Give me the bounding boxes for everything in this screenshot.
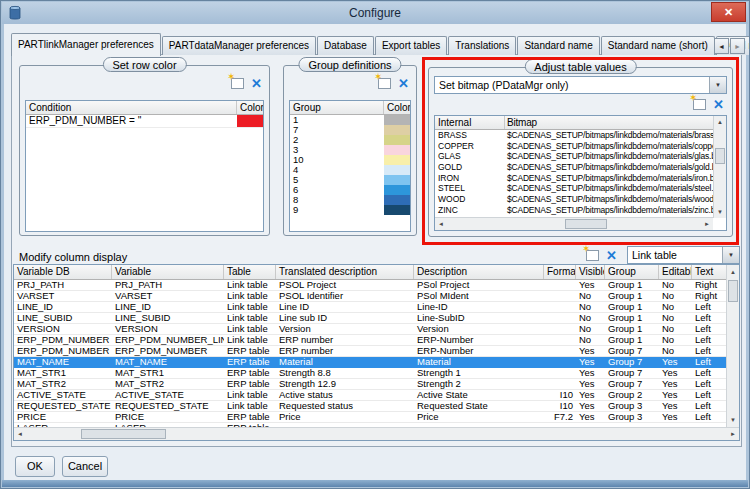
group-row[interactable]: 7: [290, 125, 410, 135]
tab[interactable]: Standard name: [517, 36, 599, 55]
scrollbar-thumb[interactable]: [728, 280, 738, 302]
scrollbar-thumb[interactable]: [81, 429, 166, 439]
delete-bitmap-icon[interactable]: ✕: [713, 99, 724, 110]
group-cell: Group 3: [605, 412, 659, 422]
group-row[interactable]: 3: [290, 145, 410, 155]
scroll-down-icon[interactable]: ▼: [714, 206, 726, 218]
dropdown-arrow-icon[interactable]: ▼: [709, 77, 726, 93]
table-row[interactable]: LINE_ID LINE_ID Link table Line ID Line-…: [14, 302, 726, 313]
condition-row[interactable]: ERP_PDM_NUMBER = '': [26, 115, 263, 128]
scroll-down-icon[interactable]: ▼: [727, 414, 739, 426]
table-row[interactable]: MAT_NAME MAT_NAME ERP table Material Mat…: [14, 357, 726, 368]
column-header-variable-db[interactable]: Variable DB: [14, 265, 112, 279]
tab-scroll-left-icon[interactable]: ◄: [714, 38, 729, 54]
visible-cell: Yes: [576, 280, 605, 290]
table-vertical-scrollbar[interactable]: ▲ ▼: [726, 265, 739, 427]
scrollbar-thumb[interactable]: [565, 219, 607, 229]
scrollbar-thumb[interactable]: [715, 148, 725, 164]
tab[interactable]: Database: [317, 36, 374, 55]
column-header-group[interactable]: Group: [605, 265, 659, 279]
column-header-translated-description[interactable]: Translated description: [276, 265, 414, 279]
new-group-icon[interactable]: ✶: [378, 78, 391, 89]
scroll-right-icon[interactable]: ►: [727, 428, 739, 440]
variable-db-cell: PRJ_PATH: [14, 280, 112, 290]
bitmap-row[interactable]: BRASS $CADENAS_SETUP/bitmaps/linkdbdemo/…: [435, 130, 713, 141]
column-header-table[interactable]: Table: [224, 265, 276, 279]
internal-value: BRASS: [435, 130, 505, 141]
column-header-color[interactable]: Color: [237, 101, 263, 114]
column-header-bitmap[interactable]: Bitmap: [505, 116, 713, 129]
new-condition-icon[interactable]: ✶: [231, 78, 244, 89]
table-row[interactable]: MAT_STR2 MAT_STR2 ERP table Strength 12.…: [14, 379, 726, 390]
delete-group-icon[interactable]: ✕: [398, 78, 409, 89]
description-cell: Price: [414, 412, 544, 422]
column-header-condition[interactable]: Condition: [26, 101, 237, 114]
group-row[interactable]: 4: [290, 165, 410, 175]
title-bar[interactable]: Configure ✕: [2, 2, 748, 24]
bitmap-row[interactable]: STEEL $CADENAS_SETUP/bitmaps/linkdbdemo/…: [435, 183, 713, 194]
group-cell: Group 7: [605, 379, 659, 389]
table-row[interactable]: PRJ_PATH PRJ_PATH Link table PSOL Projec…: [14, 280, 726, 291]
scroll-up-icon[interactable]: ▲: [727, 266, 739, 278]
group-row[interactable]: 1: [290, 115, 410, 125]
tab[interactable]: PARTlinkManager preferences: [11, 33, 161, 56]
table-row[interactable]: ERP_PDM_NUMBER ERP_PDM_NUMBER ERP table …: [14, 346, 726, 357]
group-row[interactable]: 8: [290, 195, 410, 205]
table-row[interactable]: ACTIVE_STATE ACTIVE_STATE Link table Act…: [14, 390, 726, 401]
bitmap-row[interactable]: GLAS $CADENAS_SETUP/bitmaps/linkdbdemo/m…: [435, 151, 713, 162]
tab-scroll-right-icon[interactable]: ►: [730, 38, 745, 54]
column-header-color[interactable]: Color: [384, 101, 410, 114]
adjust-mode-dropdown[interactable]: Set bitmap (PDataMgr only) ▼: [434, 76, 727, 94]
column-header-description[interactable]: Description: [414, 265, 544, 279]
new-column-icon[interactable]: ✶: [586, 250, 599, 261]
table-row[interactable]: VARSET VARSET Link table PSOL Identifier…: [14, 291, 726, 302]
table-cell: Link table: [224, 335, 276, 345]
scroll-left-icon[interactable]: ◄: [14, 428, 26, 440]
column-header-editable[interactable]: Editable: [659, 265, 692, 279]
column-display-header: Variable DB Variable Table Translated de…: [14, 265, 726, 280]
bitmap-row[interactable]: ZINC $CADENAS_SETUP/bitmaps/linkdbdemo/m…: [435, 205, 713, 216]
group-row[interactable]: 6: [290, 185, 410, 195]
bitmap-horizontal-scrollbar[interactable]: ◄ ►: [435, 217, 713, 230]
group-row[interactable]: 10: [290, 155, 410, 165]
table-row[interactable]: REQUESTED_STATE REQUESTED_STATE Link tab…: [14, 401, 726, 412]
table-row[interactable]: VERSION VERSION Link table Version Versi…: [14, 324, 726, 335]
tab[interactable]: Export tables: [375, 36, 447, 55]
scroll-left-icon[interactable]: ◄: [435, 218, 447, 230]
tab[interactable]: Translations: [448, 36, 516, 55]
delete-column-icon[interactable]: ✕: [606, 250, 617, 261]
scroll-up-icon[interactable]: ▲: [714, 116, 726, 128]
group-row[interactable]: 5: [290, 175, 410, 185]
column-header-variable[interactable]: Variable: [112, 265, 224, 279]
ok-button[interactable]: OK: [15, 456, 55, 477]
scroll-right-icon[interactable]: ►: [701, 218, 713, 230]
bitmap-row[interactable]: GOLD $CADENAS_SETUP/bitmaps/linkdbdemo/m…: [435, 162, 713, 173]
column-header-internal[interactable]: Internal: [435, 116, 505, 129]
tab[interactable]: Standard name (short): [601, 36, 715, 55]
tab[interactable]: PARTdataManager preferences: [162, 36, 316, 55]
close-button[interactable]: ✕: [711, 2, 746, 22]
set-row-color-groupbox: Set row color ✶ ✕ Condition Color ERP_PD…: [19, 65, 270, 236]
table-select-dropdown[interactable]: Link table ▼: [627, 246, 740, 264]
column-header-group[interactable]: Group: [290, 101, 384, 114]
table-horizontal-scrollbar[interactable]: ◄ ►: [14, 427, 739, 440]
group-definitions-groupbox: Group definitions ✶ ✕ Group Color 1: [283, 65, 417, 236]
table-row[interactable]: PRICE PRICE ERP table Price Price F7.2 Y…: [14, 412, 726, 423]
group-row[interactable]: 9: [290, 205, 410, 215]
delete-condition-icon[interactable]: ✕: [251, 78, 262, 89]
dropdown-arrow-icon[interactable]: ▼: [722, 247, 739, 263]
column-header-text[interactable]: Text: [692, 265, 726, 279]
bitmap-row[interactable]: WOOD $CADENAS_SETUP/bitmaps/linkdbdemo/m…: [435, 194, 713, 205]
table-row[interactable]: MAT_STR1 MAT_STR1 ERP table Strength 8.8…: [14, 368, 726, 379]
column-header-visible[interactable]: Visible: [576, 265, 605, 279]
bitmap-row[interactable]: COPPER $CADENAS_SETUP/bitmaps/linkdbdemo…: [435, 141, 713, 152]
bitmap-row[interactable]: IRON $CADENAS_SETUP/bitmaps/linkdbdemo/m…: [435, 173, 713, 184]
column-header-format[interactable]: Format: [544, 265, 576, 279]
format-cell: I10: [544, 401, 576, 411]
table-row[interactable]: LINE_SUBID LINE_SUBID Link table Line su…: [14, 313, 726, 324]
new-bitmap-icon[interactable]: ✶: [693, 99, 706, 110]
bitmap-vertical-scrollbar[interactable]: ▲ ▼: [713, 116, 726, 218]
cancel-button[interactable]: Cancel: [62, 456, 108, 477]
table-row[interactable]: ERP_PDM_NUMBER ERP_PDM_NUMBER_LINKTABLE …: [14, 335, 726, 346]
group-row[interactable]: 2: [290, 135, 410, 145]
